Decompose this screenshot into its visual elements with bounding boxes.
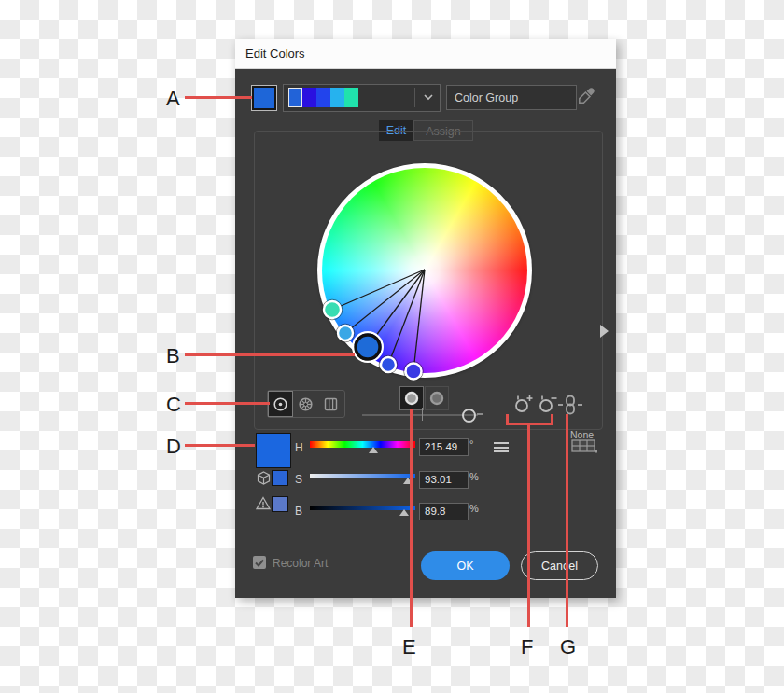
dialog-titlebar[interactable]: Edit Colors (235, 39, 616, 69)
wheel-brightness-end-dash (477, 413, 483, 415)
color-chip[interactable] (288, 88, 302, 107)
annotation-letter-d: D (166, 435, 181, 459)
brightness-value-field[interactable]: 89.8 (419, 503, 469, 520)
eyedropper-icon[interactable] (577, 87, 595, 105)
ok-button[interactable]: OK (421, 551, 510, 580)
current-color-dot-icon (429, 391, 444, 406)
expand-arrow-icon[interactable] (600, 325, 609, 338)
annotation-line-d (185, 444, 255, 447)
color-chip[interactable] (302, 88, 316, 107)
brightness-unit: % (469, 503, 479, 514)
annotation-line-g (566, 414, 568, 627)
brightness-slider[interactable] (310, 506, 415, 510)
brightness-label: B (295, 505, 302, 518)
chevron-down-icon (424, 93, 433, 101)
recolor-art-checkbox[interactable] (253, 556, 266, 569)
color-group-dropdown[interactable] (283, 84, 441, 112)
hue-slider[interactable] (310, 441, 415, 448)
dropdown-divider (414, 88, 415, 107)
wheel-brightness-handle[interactable] (462, 409, 476, 423)
annotation-letter-c: C (166, 393, 181, 417)
annotation-line-e (410, 409, 413, 627)
segmented-wheel-icon (298, 396, 314, 412)
check-icon (255, 559, 264, 567)
in-gamut-swatch[interactable] (272, 496, 288, 512)
active-color-swatch[interactable] (252, 86, 276, 110)
color-wheel[interactable] (322, 168, 527, 373)
screenshot-stage: Edit Colors Edit Assign (0, 0, 784, 693)
hue-label: H (295, 441, 303, 454)
color-chip[interactable] (316, 88, 330, 107)
display-mode-group (267, 390, 345, 418)
saturation-slider[interactable] (310, 474, 415, 478)
add-color-icon (512, 394, 535, 414)
annotation-letter-e: E (402, 635, 416, 659)
color-bars-icon (323, 396, 339, 412)
hue-slider-handle[interactable] (369, 447, 378, 453)
hue-unit: ° (469, 438, 473, 450)
hue-value-field[interactable]: 215.49 (419, 438, 469, 456)
color-chip[interactable] (330, 88, 344, 107)
edit-colors-dialog: Edit Colors Edit Assign (235, 39, 616, 598)
limit-library-button[interactable] (571, 439, 597, 453)
smooth-wheel-icon (273, 396, 288, 412)
annotation-letter-g: G (560, 635, 576, 659)
annotation-line-a (185, 96, 252, 99)
segmented-wheel-button[interactable] (293, 391, 318, 417)
color-bars-button[interactable] (318, 391, 343, 417)
wheel-brightness-track[interactable] (362, 414, 478, 416)
brightness-slider-handle[interactable] (399, 509, 409, 516)
swatch-grid-icon (571, 439, 597, 453)
gamut-warning-icon[interactable] (256, 496, 271, 510)
recolor-art-label: Recolor Art (273, 557, 328, 570)
link-chain-icon (556, 395, 584, 415)
selected-color-swatch[interactable] (256, 433, 291, 468)
annotation-letter-f: F (521, 635, 533, 659)
cancel-button[interactable]: Cancel (521, 551, 598, 580)
saturation-label: S (295, 473, 302, 486)
annotation-line-c (185, 402, 270, 405)
hamburger-menu-icon[interactable] (494, 442, 509, 452)
web-safe-swatch[interactable] (272, 470, 288, 486)
smooth-wheel-button[interactable] (268, 391, 293, 417)
cube-gamut-icon[interactable] (257, 471, 271, 485)
saturation-unit: % (469, 471, 479, 482)
annotation-line-f (527, 425, 530, 627)
color-chip[interactable] (344, 88, 358, 107)
color-group-name-input[interactable] (446, 85, 577, 110)
current-color-toggle[interactable] (425, 386, 449, 410)
base-color-toggle[interactable] (399, 386, 424, 410)
link-harmony-colors-button[interactable] (556, 395, 584, 415)
wheel-brightness-center-tick (422, 408, 423, 421)
base-color-dot-icon (404, 391, 419, 406)
saturation-value-field[interactable]: 93.01 (419, 471, 469, 489)
annotation-letter-b: B (166, 344, 180, 368)
add-color-tool[interactable] (512, 394, 535, 414)
dialog-title: Edit Colors (245, 47, 305, 61)
color-chip-row (288, 88, 358, 107)
annotation-line-b (185, 353, 355, 356)
annotation-letter-a: A (166, 87, 180, 111)
